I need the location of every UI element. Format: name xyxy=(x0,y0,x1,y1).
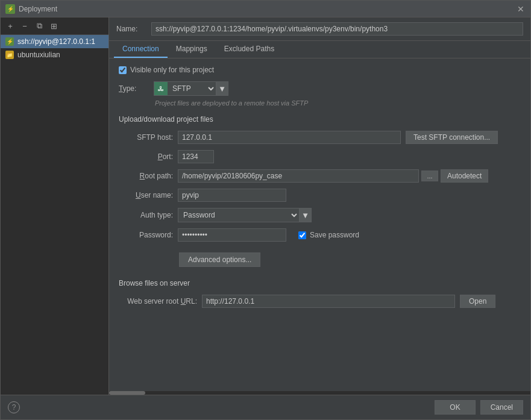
password-label: Password: xyxy=(119,231,173,239)
title-bar: ⚡ Deployment ✕ xyxy=(1,1,530,17)
test-sftp-button[interactable]: Test SFTP connection... xyxy=(406,131,498,144)
tab-connection[interactable]: Connection xyxy=(114,41,168,58)
upload-section-title: Upload/download project files xyxy=(119,115,521,124)
cancel-button[interactable]: Cancel xyxy=(480,400,523,415)
ok-button[interactable]: OK xyxy=(435,400,475,415)
root-path-label: Root path: xyxy=(119,172,173,180)
autodetect-button[interactable]: Autodetect xyxy=(441,169,488,183)
copy-server-button[interactable]: ⧉ xyxy=(33,20,45,32)
type-select[interactable]: SFTP xyxy=(168,83,216,95)
sftp-hint: Project files are deployed to a remote h… xyxy=(155,99,521,107)
remove-server-button[interactable]: − xyxy=(19,20,31,32)
tab-bar: Connection Mappings Excluded Paths xyxy=(109,41,530,58)
name-label: Name: xyxy=(116,25,146,33)
tab-mappings[interactable]: Mappings xyxy=(168,41,216,58)
app-icon: ⚡ xyxy=(5,4,15,14)
name-row: Name: xyxy=(109,17,530,41)
sftp-host-label: SFTP host: xyxy=(119,133,173,142)
password-input[interactable] xyxy=(178,228,286,242)
panel-content: Visible only for this project Type: 🖧 SF… xyxy=(109,58,530,389)
root-path-input[interactable] xyxy=(178,169,419,183)
open-button[interactable]: Open xyxy=(460,295,495,308)
visible-only-row: Visible only for this project xyxy=(119,66,521,74)
visible-only-checkbox[interactable] xyxy=(119,66,127,74)
sidebar-item-label: ubuntuxiulian xyxy=(17,51,60,59)
main-panel: Name: Connection Mappings Excluded Paths… xyxy=(109,17,530,395)
type-row: Type: 🖧 SFTP ▼ xyxy=(119,81,521,96)
username-input[interactable] xyxy=(178,189,286,202)
browse-button[interactable]: ... xyxy=(421,171,438,181)
sidebar: + − ⧉ ⊞ ⚡ ssh://pyvip@127.0.0.1:1 📁 ubun… xyxy=(1,17,109,395)
bottom-bar: ? OK Cancel xyxy=(1,395,530,419)
name-input[interactable] xyxy=(151,22,523,36)
bottom-actions: OK Cancel xyxy=(435,400,523,415)
save-password-label: Save password xyxy=(310,231,359,239)
username-label: User name: xyxy=(119,191,173,199)
password-row: Password: Save password xyxy=(119,228,521,242)
sidebar-item-label: ssh://pyvip@127.0.0.1:1 xyxy=(17,37,95,46)
username-row: User name: xyxy=(119,189,521,202)
root-path-row: Root path: ... Autodetect xyxy=(119,169,521,183)
sftp-host-input[interactable] xyxy=(178,131,401,144)
type-label: Type: xyxy=(119,84,149,93)
sftp-icon: 🖧 xyxy=(154,82,168,95)
auth-type-row: Auth type: Password ▼ xyxy=(119,208,521,222)
web-url-input[interactable] xyxy=(202,295,455,308)
save-password-checkbox[interactable] xyxy=(298,231,306,239)
dialog-title: Deployment xyxy=(19,5,516,13)
port-label: Port: xyxy=(119,152,173,161)
close-button[interactable]: ✕ xyxy=(516,4,526,14)
auth-type-label: Auth type: xyxy=(119,211,173,219)
auth-select-wrapper: Password ▼ xyxy=(178,208,312,222)
web-url-row: Web server root URL: Open xyxy=(119,295,521,308)
visible-only-label: Visible only for this project xyxy=(130,66,214,74)
web-url-label: Web server root URL: xyxy=(119,297,197,306)
sidebar-item-ssh[interactable]: ⚡ ssh://pyvip@127.0.0.1:1 xyxy=(1,35,108,48)
type-dropdown-button[interactable]: ▼ xyxy=(216,82,228,95)
server-icon: ⚡ xyxy=(5,37,14,46)
auth-dropdown-button[interactable]: ▼ xyxy=(299,208,311,222)
folder-icon: 📁 xyxy=(5,51,14,59)
move-server-button[interactable]: ⊞ xyxy=(48,20,60,32)
tab-excluded-paths[interactable]: Excluded Paths xyxy=(216,41,283,58)
help-button[interactable]: ? xyxy=(8,401,20,413)
type-select-wrapper: 🖧 SFTP ▼ xyxy=(154,81,228,96)
port-input[interactable] xyxy=(178,150,214,163)
save-password-row: Save password xyxy=(298,231,359,239)
auth-type-select[interactable]: Password xyxy=(178,209,299,221)
browse-section-title: Browse files on server xyxy=(119,279,521,287)
port-row: Port: xyxy=(119,150,521,163)
sidebar-toolbar: + − ⧉ ⊞ xyxy=(1,17,108,35)
add-server-button[interactable]: + xyxy=(4,20,16,32)
sidebar-item-ubuntu[interactable]: 📁 ubuntuxiulian xyxy=(1,48,108,61)
advanced-options-button[interactable]: Advanced options... xyxy=(179,252,260,267)
sftp-host-row: SFTP host: Test SFTP connection... xyxy=(119,131,521,144)
